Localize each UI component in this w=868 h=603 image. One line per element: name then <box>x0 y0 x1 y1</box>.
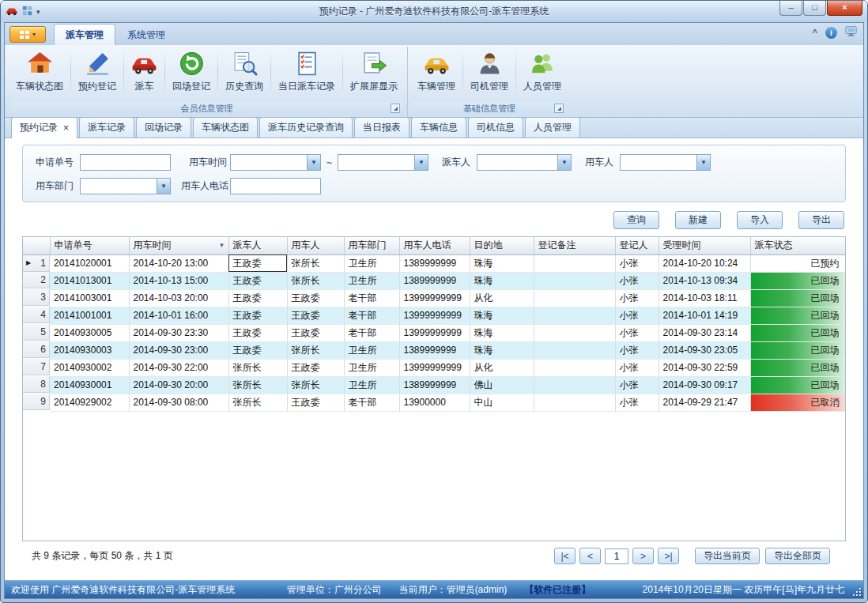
cell-dept[interactable]: 卫生所 <box>344 341 399 359</box>
column-header-dispatcher[interactable]: 派车人 <box>228 237 287 254</box>
cell-destination[interactable]: 珠海 <box>470 254 534 272</box>
column-header-phone[interactable]: 用车人电话 <box>399 237 470 254</box>
ribbon-tab-dispatch-management[interactable]: 派车管理 <box>54 24 115 45</box>
cell-accept_time[interactable]: 2014-10-13 09:34 <box>659 272 750 289</box>
cell-request_no[interactable]: 20140930003 <box>50 341 129 359</box>
cell-user[interactable]: 王政委 <box>287 307 344 324</box>
cell-status[interactable]: 已预约 <box>750 254 845 272</box>
ribbon-tab-system-management[interactable]: 系统管理 <box>115 24 177 45</box>
cell-use_time[interactable]: 2014-09-30 23:30 <box>129 324 228 341</box>
cell-remark[interactable] <box>534 341 615 359</box>
cell-use_time[interactable]: 2014-10-01 16:00 <box>129 307 228 324</box>
user-combo[interactable]: ▼ <box>620 154 711 171</box>
cell-accept_time[interactable]: 2014-09-30 23:05 <box>659 341 750 359</box>
cell-status[interactable]: 已取消 <box>750 394 845 411</box>
cell-request_no[interactable]: 20140930001 <box>50 376 129 394</box>
cell-dept[interactable]: 卫生所 <box>344 376 399 394</box>
table-row[interactable]: 4201410010012014-10-01 16:00王政委王政委老干部139… <box>23 307 845 324</box>
chevron-down-icon[interactable]: ▼ <box>157 179 170 194</box>
dialog-launcher-icon[interactable] <box>554 104 564 113</box>
cell-registrar[interactable]: 小张 <box>615 324 659 341</box>
tab-personnel-management[interactable]: 人员管理 <box>525 117 580 138</box>
phone-input[interactable] <box>230 178 321 194</box>
cell-dispatcher[interactable]: 王政委 <box>228 341 287 359</box>
cell-dispatcher[interactable]: 张所长 <box>228 376 287 394</box>
tab-dispatch-records[interactable]: 派车记录 <box>79 117 134 138</box>
column-header-accept_time[interactable]: 受理时间 <box>659 237 750 254</box>
cell-request_no[interactable]: 20140930002 <box>50 359 129 376</box>
ribbon-button-return-register[interactable]: 回场登记 <box>166 47 217 100</box>
chevron-down-icon[interactable]: ▼ <box>307 155 320 170</box>
column-header-use_time[interactable]: 用车时间▼ <box>129 237 228 254</box>
cell-dispatcher[interactable]: 王政委 <box>228 307 287 324</box>
export-all-pages-button[interactable]: 导出全部页 <box>765 548 830 564</box>
cell-dept[interactable]: 卫生所 <box>344 359 399 376</box>
cell-accept_time[interactable]: 2014-09-30 09:17 <box>659 376 750 394</box>
request-no-input[interactable] <box>80 154 171 171</box>
cell-destination[interactable]: 佛山 <box>470 376 534 394</box>
cell-destination[interactable]: 珠海 <box>470 324 534 341</box>
column-header-request_no[interactable]: 申请单号 <box>50 237 129 254</box>
first-page-button[interactable]: |< <box>554 548 576 564</box>
cell-destination[interactable]: 从化 <box>470 289 534 307</box>
dialog-launcher-icon[interactable] <box>391 104 400 113</box>
cell-registrar[interactable]: 小张 <box>615 254 659 272</box>
cell-user[interactable]: 王政委 <box>287 289 344 307</box>
table-row[interactable]: 7201409300022014-09-30 22:00张所长王政委卫生所139… <box>23 359 845 376</box>
collapse-ribbon-icon[interactable]: ^ <box>813 28 817 36</box>
cell-use_time[interactable]: 2014-09-30 08:00 <box>129 394 228 411</box>
cell-dispatcher[interactable]: 王政委 <box>228 324 287 341</box>
cell-remark[interactable] <box>534 324 615 341</box>
cell-destination[interactable]: 珠海 <box>470 272 534 289</box>
cell-remark[interactable] <box>534 289 615 307</box>
cell-use_time[interactable]: 2014-09-30 23:00 <box>129 341 228 359</box>
row-header[interactable]: 4 <box>23 307 50 323</box>
query-button[interactable]: 查询 <box>613 211 659 229</box>
cell-registrar[interactable]: 小张 <box>615 341 659 359</box>
cell-dispatcher[interactable]: 王政委 <box>228 289 287 307</box>
cell-phone[interactable]: 13999999999 <box>399 307 470 324</box>
cell-accept_time[interactable]: 2014-10-03 18:11 <box>659 289 750 307</box>
table-row[interactable]: 6201409300032014-09-30 23:00王政委张所长卫生所138… <box>23 341 845 359</box>
cell-user[interactable]: 张所长 <box>287 272 344 289</box>
column-header-status[interactable]: 派车状态 <box>750 237 845 254</box>
cell-phone[interactable]: 13999999999 <box>399 359 470 376</box>
maximize-button[interactable]: □ <box>803 1 826 16</box>
column-header-registrar[interactable]: 登记人 <box>615 237 659 254</box>
export-current-page-button[interactable]: 导出当前页 <box>695 548 760 564</box>
help-info-icon[interactable]: i <box>825 27 837 39</box>
table-row[interactable]: 2201410130012014-10-13 15:00王政委张所长卫生所138… <box>23 272 845 289</box>
sort-filter-icon[interactable]: ▼ <box>219 242 225 249</box>
cell-use_time[interactable]: 2014-10-03 20:00 <box>129 289 228 307</box>
cell-dept[interactable]: 老干部 <box>344 394 399 411</box>
cell-registrar[interactable]: 小张 <box>615 272 659 289</box>
cell-accept_time[interactable]: 2014-10-01 14:19 <box>659 307 750 324</box>
title-bar[interactable]: 预约记录 - 广州爱奇迪软件科技有限公司-派车管理系统 ▾ – □ × <box>1 1 867 22</box>
cell-accept_time[interactable]: 2014-10-20 10:24 <box>659 254 750 272</box>
row-header[interactable]: 7 <box>23 359 50 375</box>
cell-request_no[interactable]: 20140929002 <box>50 394 129 411</box>
tab-reservation-records[interactable]: 预约记录 × <box>11 117 77 138</box>
resize-grip[interactable] <box>852 587 862 597</box>
tab-vehicle-status-map[interactable]: 车辆状态图 <box>193 117 258 138</box>
ribbon-button-extend-screen[interactable]: 扩展屏显示 <box>344 47 404 100</box>
cell-accept_time[interactable]: 2014-09-29 21:47 <box>659 394 750 411</box>
cell-destination[interactable]: 珠海 <box>470 341 534 359</box>
next-page-button[interactable]: > <box>632 548 654 564</box>
cell-status[interactable]: 已回场 <box>750 376 845 394</box>
export-button[interactable]: 导出 <box>798 211 844 229</box>
cell-remark[interactable] <box>534 272 615 289</box>
cell-user[interactable]: 张所长 <box>287 341 344 359</box>
cell-destination[interactable]: 从化 <box>470 359 534 376</box>
cell-dispatcher[interactable]: 王政委 <box>228 272 287 289</box>
cell-user[interactable]: 张所长 <box>287 254 344 272</box>
cell-phone[interactable]: 13999999999 <box>399 289 470 307</box>
tab-dispatch-history-query[interactable]: 派车历史记录查询 <box>259 117 353 138</box>
ribbon-button-personnel-management[interactable]: 人员管理 <box>517 47 568 100</box>
minimize-button[interactable]: – <box>779 1 802 16</box>
ribbon-button-vehicle-status-map[interactable]: 车辆状态图 <box>9 47 70 100</box>
cell-use_time[interactable]: 2014-09-30 22:00 <box>129 359 228 376</box>
cell-user[interactable]: 王政委 <box>287 324 344 341</box>
app-menu-button[interactable]: ▾ <box>9 26 46 43</box>
cell-dept[interactable]: 老干部 <box>344 307 399 324</box>
